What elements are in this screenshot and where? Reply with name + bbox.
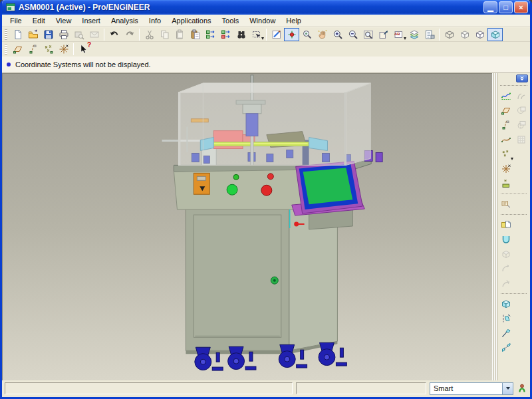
menu-tools[interactable]: Tools <box>217 16 245 25</box>
feature-toolbar-row <box>497 247 530 261</box>
menu-insert[interactable]: Insert <box>76 16 106 25</box>
zoom-out-button[interactable] <box>345 28 360 41</box>
layers-button[interactable] <box>406 28 422 41</box>
menu-applications[interactable]: Applications <box>166 16 216 25</box>
menu-window[interactable]: Window <box>244 16 281 25</box>
hidden-line-icon <box>460 29 470 40</box>
toolbar-separator <box>501 214 527 215</box>
find-button[interactable] <box>233 28 249 41</box>
menu-edit[interactable]: Edit <box>27 16 51 25</box>
view-manager-button[interactable] <box>299 28 315 41</box>
create-component-tool-button[interactable] <box>498 232 513 247</box>
sweep-tool-button[interactable] <box>498 326 513 340</box>
datum-plane-tool-button[interactable] <box>498 103 513 118</box>
no-hidden-button[interactable] <box>472 28 487 41</box>
csys-tool-button[interactable] <box>498 162 513 176</box>
datum-points-button[interactable] <box>41 43 56 56</box>
zoom-window-button[interactable] <box>360 28 376 41</box>
viewport-splitter[interactable] <box>492 73 497 380</box>
feature-toolbar-row <box>497 88 530 103</box>
feature-toolbar-row <box>497 197 530 211</box>
toolbar-overflow-chevron[interactable] <box>516 74 528 82</box>
hidden-line-button[interactable] <box>457 28 472 41</box>
copy-button <box>157 28 172 41</box>
selection-filter-combo[interactable]: Smart <box>430 382 513 395</box>
datum-point-tool-button[interactable] <box>498 147 513 162</box>
menu-info[interactable]: Info <box>144 16 166 25</box>
curve-tool-button[interactable] <box>498 132 513 147</box>
model-tree-icon <box>424 29 435 40</box>
print-icon <box>59 29 69 40</box>
toolbar-grip[interactable] <box>5 29 7 40</box>
send-mail-button <box>86 28 102 41</box>
print-preview-icon <box>74 29 84 40</box>
blend-tool-button[interactable] <box>498 340 513 355</box>
field-point-tool-button[interactable] <box>498 176 513 191</box>
feature-toolbar-row <box>497 162 530 176</box>
regenerate-manager-button[interactable] <box>218 28 233 41</box>
selection-filter-value: Smart <box>430 384 502 392</box>
maximize-button[interactable]: □ <box>499 1 513 13</box>
layers-icon <box>409 29 420 40</box>
menu-file[interactable]: File <box>5 16 27 25</box>
wireframe-button[interactable] <box>442 28 457 41</box>
open-folder-button[interactable] <box>25 28 41 41</box>
menu-help[interactable]: Help <box>281 16 307 25</box>
feature-toolbar-row <box>497 103 530 118</box>
model-tree-button[interactable] <box>422 28 437 41</box>
paste-special-button[interactable] <box>188 28 203 41</box>
undo-icon <box>109 29 120 40</box>
acrylic-hood <box>178 83 370 165</box>
repaint-button[interactable] <box>269 28 284 41</box>
combo-dropdown-button[interactable] <box>502 383 513 394</box>
toolbar-grip[interactable] <box>5 44 7 55</box>
shaded-icon <box>490 29 501 40</box>
select-mode-button[interactable] <box>249 28 264 41</box>
refit-button[interactable] <box>376 28 391 41</box>
minimize-button[interactable]: ▁ <box>483 1 497 13</box>
title-bar: ASM0001 (Active) - Pro/ENGINEER ▁□× <box>2 0 530 15</box>
flyout-arrow-icon <box>261 37 264 40</box>
datum-axis-tool-button[interactable] <box>498 118 513 132</box>
toolbar-separator <box>73 43 74 55</box>
datum-planes-button[interactable] <box>10 43 25 56</box>
sketch-tool-button[interactable] <box>498 88 513 103</box>
datum-csys-button[interactable] <box>56 43 71 56</box>
print-preview-button <box>71 28 86 41</box>
regenerate-button[interactable] <box>203 28 218 41</box>
assemble-tool-button[interactable] <box>498 217 513 232</box>
zoom-in-icon <box>332 29 343 40</box>
revolve-tool-button[interactable] <box>498 311 513 326</box>
regenerate-icon <box>205 29 216 40</box>
new-file-button[interactable] <box>10 28 25 41</box>
menu-analysis[interactable]: Analysis <box>106 16 144 25</box>
shaded-button[interactable] <box>487 28 503 41</box>
graphics-viewport[interactable] <box>2 73 492 380</box>
point-grid-icon <box>516 134 527 145</box>
save-button[interactable] <box>41 28 56 41</box>
undo-button[interactable] <box>106 28 122 41</box>
message-bullet-icon <box>7 63 11 66</box>
annotation-tool-button[interactable] <box>498 197 513 211</box>
extrude-tool-button[interactable] <box>498 297 513 311</box>
axis-display-button <box>513 118 529 132</box>
close-button[interactable]: × <box>514 1 528 13</box>
context-help-button[interactable]: ? <box>76 43 91 56</box>
spin-center-button[interactable] <box>284 28 299 41</box>
feature-toolbar-row <box>497 276 530 291</box>
toolbar-separator <box>439 29 440 41</box>
no-hidden-icon <box>475 29 485 40</box>
app-icon <box>5 2 16 13</box>
menu-view[interactable]: View <box>51 16 77 25</box>
datum-axes-button[interactable] <box>25 43 41 56</box>
named-views-button[interactable]: AB <box>391 28 406 41</box>
orient-mode-icon <box>317 29 328 40</box>
feature-toolbar-grip[interactable] <box>500 85 527 86</box>
zoom-in-button[interactable] <box>330 28 345 41</box>
redo-button <box>122 28 137 41</box>
find-icon <box>236 29 247 40</box>
feature-toolbar-row <box>497 297 530 311</box>
orient-mode-button[interactable] <box>315 28 330 41</box>
datum-axis-tool-icon <box>501 120 511 130</box>
print-button[interactable] <box>56 28 71 41</box>
